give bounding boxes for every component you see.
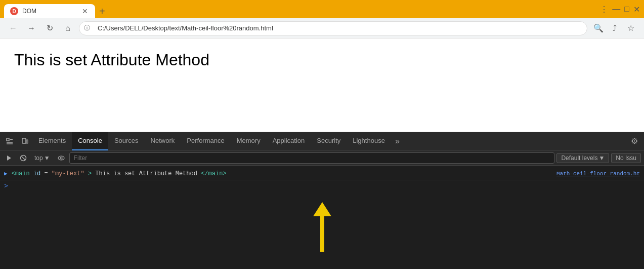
window-minimize-button[interactable]: — <box>612 5 620 14</box>
context-dropdown[interactable]: top ▼ <box>31 153 53 163</box>
block-requests-button[interactable] <box>17 152 29 164</box>
levels-dropdown-icon: ▼ <box>598 154 605 162</box>
tab-bar: D DOM ✕ + <box>4 0 598 18</box>
console-line-1: ▶ <main id = "my-text" > This is set Att… <box>0 168 644 180</box>
tab-security[interactable]: Security <box>311 132 347 150</box>
svg-rect-5 <box>26 140 28 143</box>
tab-elements[interactable]: Elements <box>32 132 72 150</box>
tab-favicon: D <box>10 7 18 15</box>
address-wrapper: ⓘ <box>79 21 587 35</box>
address-actions: 🔍 ⤴ ☆ <box>591 21 638 35</box>
home-button[interactable]: ⌂ <box>61 21 75 35</box>
window-close-button[interactable]: ✕ <box>633 5 640 14</box>
refresh-button[interactable]: ↻ <box>42 21 57 35</box>
tab-network[interactable]: Network <box>145 132 181 150</box>
forward-button[interactable]: → <box>24 21 38 35</box>
eye-button[interactable] <box>55 152 67 164</box>
tab-close-button[interactable]: ✕ <box>81 7 89 15</box>
svg-rect-4 <box>22 138 26 143</box>
context-dropdown-icon: ▼ <box>44 154 50 162</box>
bookmark-button[interactable]: ☆ <box>624 21 638 35</box>
address-bar: ← → ↻ ⌂ ⓘ 🔍 ⤴ ☆ <box>0 18 644 38</box>
arrow-indicator <box>0 192 644 253</box>
back-button[interactable]: ← <box>6 21 20 35</box>
page-content: This is set Attribute Method <box>0 38 644 132</box>
issues-badge: No Issu <box>611 153 641 163</box>
tab-application[interactable]: Application <box>267 132 311 150</box>
tab-performance[interactable]: Performance <box>181 132 230 150</box>
devtools-console-toolbar: top ▼ Default levels ▼ No Issu <box>0 150 644 166</box>
console-prompt-icon: > <box>4 182 8 190</box>
svg-line-8 <box>21 156 25 160</box>
lock-icon: ⓘ <box>84 24 90 32</box>
console-code: <main id = "my-text" > This is set Attri… <box>12 169 227 179</box>
yellow-arrow <box>313 202 331 252</box>
active-tab[interactable]: D DOM ✕ <box>4 4 95 18</box>
more-tabs-button[interactable]: » <box>391 132 404 150</box>
svg-point-9 <box>58 156 64 160</box>
svg-point-10 <box>60 157 62 159</box>
tab-title: DOM <box>22 8 36 15</box>
window-menu-icon[interactable]: ⋮ <box>600 5 608 14</box>
console-filter-input[interactable] <box>69 152 555 164</box>
context-label: top <box>34 154 43 162</box>
execute-script-button[interactable] <box>3 152 15 164</box>
default-levels-dropdown[interactable]: Default levels ▼ <box>556 153 609 163</box>
tab-lighthouse[interactable]: Lighthouse <box>347 132 391 150</box>
window-maximize-button[interactable]: □ <box>624 5 629 14</box>
browser-window: D DOM ✕ + ⋮ — □ ✕ ← → ↻ ⌂ ⓘ 🔍 ⤴ ☆ <box>0 0 644 269</box>
title-bar: D DOM ✕ + ⋮ — □ ✕ <box>0 0 644 18</box>
page-heading: This is set Attribute Method <box>14 51 630 69</box>
console-source-link[interactable]: Math-ceil-floor random.ht <box>556 169 640 179</box>
devtools-panel: Elements Console Sources Network Perform… <box>0 132 644 269</box>
console-prompt-line: > <box>0 180 644 192</box>
svg-rect-0 <box>7 138 9 141</box>
window-controls: ⋮ — □ ✕ <box>600 5 640 14</box>
device-toolbar-button[interactable] <box>17 134 32 149</box>
console-expand-arrow[interactable]: ▶ <box>4 169 8 179</box>
share-button[interactable]: ⤴ <box>608 21 622 35</box>
zoom-button[interactable]: 🔍 <box>591 21 606 35</box>
arrow-head <box>313 202 331 216</box>
tab-console[interactable]: Console <box>72 132 108 150</box>
address-input[interactable] <box>79 21 587 35</box>
console-output: ▶ <main id = "my-text" > This is set Att… <box>0 166 644 269</box>
devtools-tab-bar: Elements Console Sources Network Perform… <box>0 132 644 150</box>
levels-label: Default levels <box>561 154 597 162</box>
svg-marker-6 <box>7 156 11 161</box>
devtools-settings-button[interactable]: ⚙ <box>627 134 642 149</box>
tab-sources[interactable]: Sources <box>108 132 145 150</box>
inspect-element-button[interactable] <box>2 134 17 149</box>
new-tab-button[interactable]: + <box>95 4 109 18</box>
tab-memory[interactable]: Memory <box>231 132 267 150</box>
arrow-shaft <box>320 216 324 252</box>
